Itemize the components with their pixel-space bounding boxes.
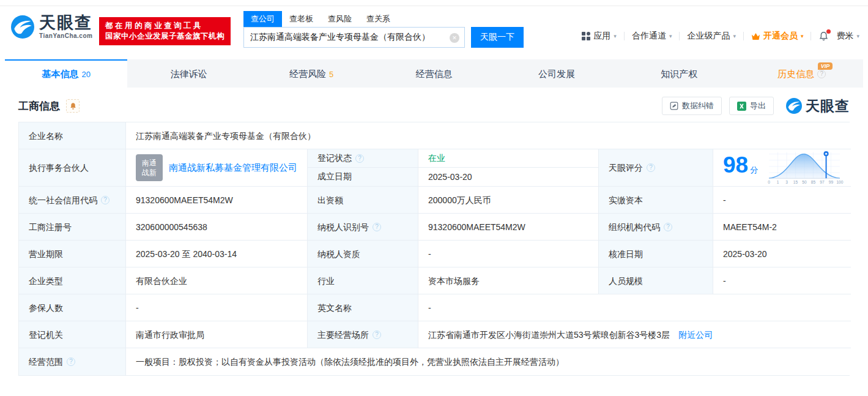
field-label: 主要经营场所? [308,321,418,348]
svg-text:85: 85 [811,180,816,184]
tab-history[interactable]: 历史信息VIP? [741,59,863,88]
field-label: 实缴资本 [599,187,713,214]
nav-divider [624,32,625,40]
field-value: - [713,267,851,294]
chevron-down-icon: ▾ [801,33,804,39]
tab-development[interactable]: 公司发展 [495,59,618,88]
help-icon[interactable]: ? [647,163,655,172]
nav-apps-label: 应用 [593,31,610,42]
partner-company-logo: 南通 战新 [136,154,163,181]
field-value: 有限合伙企业 [126,267,308,294]
top-nav: 应用 ▾ 合作通道 ▾ 企业级产品 ▾ 开通会员 ▾ [582,31,859,42]
score-unit: 分 [750,164,758,176]
export-button[interactable]: 导出 [729,97,774,115]
tab-risk[interactable]: 经营风险5 [250,59,373,88]
field-value: 2025-03-20 [713,241,851,267]
apps-grid-icon [582,32,590,40]
svg-text:100: 100 [837,180,844,184]
monitor-bell-button[interactable] [66,99,80,113]
field-label: 统一社会信用代码? [19,187,126,214]
field-value: 一般项目：股权投资；以自有资金从事投资活动（除依法须经批准的项目外，凭营业执照依… [126,348,851,375]
chevron-down-icon: ▾ [614,33,617,39]
partner-label: 执行事务合伙人 [19,149,126,187]
tab-operation[interactable]: 经营信息 [373,59,495,88]
data-correction-label: 数据纠错 [682,100,714,111]
score-value: 98 分 013155085 [713,149,851,187]
field-value: 200000万人民币 [418,187,599,214]
help-icon[interactable]: ? [373,331,381,339]
help-icon[interactable]: ? [817,70,826,78]
field-label: 参保人数 [19,294,126,321]
search-input[interactable] [244,28,464,47]
svg-text:0: 0 [768,180,770,184]
nav-enterprise-products[interactable]: 企业级产品 ▾ [687,31,736,42]
svg-text:50: 50 [803,180,807,184]
excel-icon [737,102,746,111]
help-icon[interactable]: ? [355,154,364,163]
slogan-line2: 国家中小企业发展子基金旗下机构 [105,31,224,42]
registration-status-value: 在业 [418,149,598,168]
clear-search-icon[interactable]: ✕ [450,33,459,43]
nav-apps[interactable]: 应用 ▾ [582,31,617,42]
brand-slogan-banner: 都在用的商业查询工具 国家中小企业发展子基金旗下机构 [99,17,231,45]
top-divider [0,0,868,6]
nav-divider [743,32,744,40]
nav-vip-label: 开通会员 [763,31,798,42]
nav-enterprise-label: 企业级产品 [687,31,730,42]
search-tab[interactable]: 查公司 [243,11,282,27]
data-correction-button[interactable]: 数据纠错 [662,97,722,115]
search-box: ✕ [243,27,465,48]
field-label: 纳税人识别号? [308,214,418,241]
company-name-label: 企业名称 [19,122,126,149]
field-label: 工商注册号 [19,214,126,241]
field-label: 核准日期 [599,241,713,267]
field-value: MAEET54M-2 [713,214,851,241]
help-icon[interactable]: ? [373,223,381,231]
info-table: 企业名称 江苏南通高端装备产业专项母基金（有限合伙） 执行事务合伙人 南通 战新… [18,122,850,376]
watermark-text: 天眼查 [806,97,850,116]
svg-text:99: 99 [829,180,834,184]
nav-cooperation-label: 合作通道 [632,31,666,42]
search-area: 查公司查老板查风险查关系 ✕ 天眼一下 [243,12,524,48]
search-tab[interactable]: 查老板 [282,11,321,27]
nav-notifications[interactable] [818,31,829,42]
svg-text:3: 3 [785,180,788,184]
nav-cooperation[interactable]: 合作通道 ▾ [632,31,672,42]
search-button[interactable]: 天眼一下 [471,27,524,48]
help-icon[interactable]: ? [664,223,672,231]
help-icon[interactable]: ? [67,357,75,366]
nav-vip-membership[interactable]: 开通会员 ▾ [751,31,804,42]
partner-value: 南通 战新 南通战新私募基金管理有限公司 [126,149,308,187]
correction-icon [670,102,678,110]
field-value: 南通市行政审批局 [126,321,308,348]
score-axis: 0131550859799100 [768,180,843,184]
tab-basic[interactable]: 基本信息20 [5,59,127,88]
score-number: 98 [723,159,748,171]
tab-ip[interactable]: 知识产权 [618,59,740,88]
field-label: 纳税人资质 [308,241,418,267]
partner-company-link[interactable]: 南通战新私募基金管理有限公司 [169,162,297,174]
help-icon[interactable]: ? [101,196,109,204]
section-bar: 工商信息 数据纠错 导出 天眼查 [18,96,850,116]
search-tab[interactable]: 查关系 [359,11,398,27]
search-tabs: 查公司查老板查风险查关系 [243,12,524,27]
field-label: 人员规模 [599,267,713,294]
nav-divider [679,32,680,40]
nav-username: 费米 [836,31,853,42]
field-value: - [713,187,851,214]
site-logo[interactable]: 天眼查 TianYanCha.com [11,15,92,39]
export-label: 导出 [750,100,766,111]
nav-user-menu[interactable]: 费米 ▾ [836,31,859,42]
vip-badge: VIP [818,62,833,70]
tianyancha-logo-icon [11,15,34,39]
field-label: 组织机构代码? [599,214,713,241]
search-tab[interactable]: 查风险 [321,11,359,27]
field-value: 91320600MAEET54M2W [418,214,599,241]
field-label: 登记机关 [19,321,126,348]
tab-legal[interactable]: 法律诉讼 [127,59,250,88]
registration-status-label: 登记状态 ? [308,149,418,168]
field-label: 企业类型 [19,267,126,294]
status-badge[interactable]: 在业 [428,153,445,164]
field-value: - [418,294,851,321]
nearby-companies-link[interactable]: 附近公司 [678,329,713,341]
